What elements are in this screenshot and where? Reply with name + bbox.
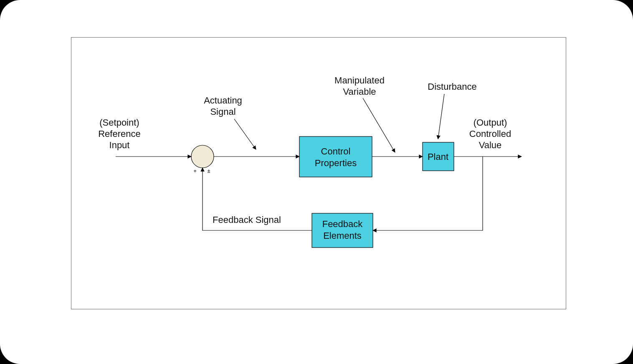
summing-junction bbox=[191, 145, 214, 168]
pointer-actuating bbox=[234, 119, 256, 149]
label-manip-l2: Variable bbox=[343, 86, 376, 97]
label-setpoint-l3: Input bbox=[109, 140, 130, 150]
label-manip-l1: Manipulated bbox=[334, 75, 385, 86]
label-setpoint-l1: (Setpoint) bbox=[99, 117, 139, 128]
feedback-elements-label-l2: Elements bbox=[323, 230, 362, 241]
control-properties-label-l2: Properties bbox=[315, 158, 357, 168]
label-disturbance: Disturbance bbox=[428, 81, 476, 92]
label-actuating-l1: Actuating bbox=[204, 95, 242, 106]
sum-plusminus: ± bbox=[207, 168, 210, 174]
diagram-frame: Control Properties Plant Feedback Elemen… bbox=[71, 37, 566, 309]
card-surface: Control Properties Plant Feedback Elemen… bbox=[0, 0, 633, 364]
label-feedback-signal: Feedback Signal bbox=[213, 215, 281, 225]
label-setpoint-l2: Reference bbox=[98, 129, 141, 139]
label-output-l2: Controlled bbox=[469, 129, 511, 139]
label-output-l3: Value bbox=[479, 140, 502, 150]
sum-plus: + bbox=[193, 168, 197, 174]
control-properties-label-l1: Control bbox=[321, 146, 351, 157]
feedback-elements-label-l1: Feedback bbox=[322, 219, 363, 229]
pointer-disturbance bbox=[438, 94, 444, 139]
label-output-l1: (Output) bbox=[473, 117, 507, 128]
diagram-svg: Control Properties Plant Feedback Elemen… bbox=[71, 38, 566, 309]
control-properties-block bbox=[299, 136, 372, 177]
plant-label: Plant bbox=[428, 152, 448, 162]
label-actuating-l2: Signal bbox=[210, 106, 235, 117]
